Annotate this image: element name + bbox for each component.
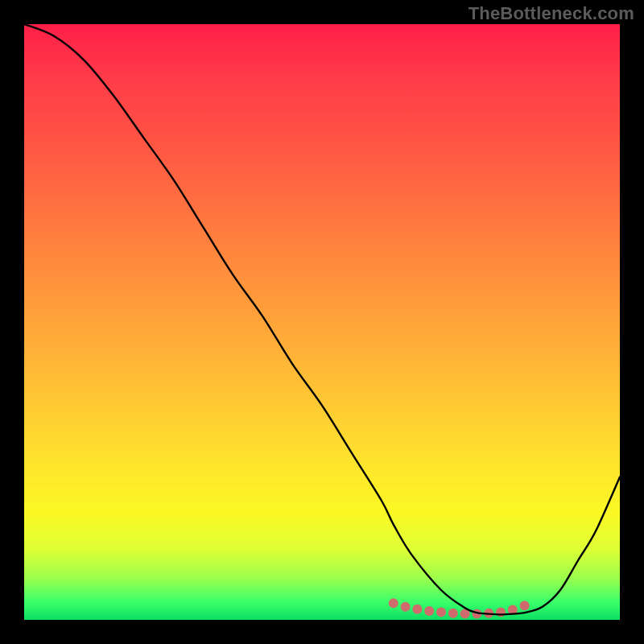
valley-marker-group <box>389 598 530 618</box>
valley-marker <box>424 606 434 616</box>
watermark-text: TheBottleneck.com <box>469 3 634 24</box>
bottleneck-curve-line <box>24 24 620 614</box>
chart-canvas <box>24 24 620 620</box>
valley-marker <box>389 598 398 608</box>
valley-marker <box>436 607 446 617</box>
chart-frame: TheBottleneck.com <box>0 0 644 644</box>
valley-marker <box>496 607 506 617</box>
valley-marker <box>401 602 411 612</box>
plot-area <box>24 24 620 620</box>
valley-marker <box>520 601 530 610</box>
valley-marker <box>412 605 422 614</box>
valley-marker <box>448 609 458 618</box>
